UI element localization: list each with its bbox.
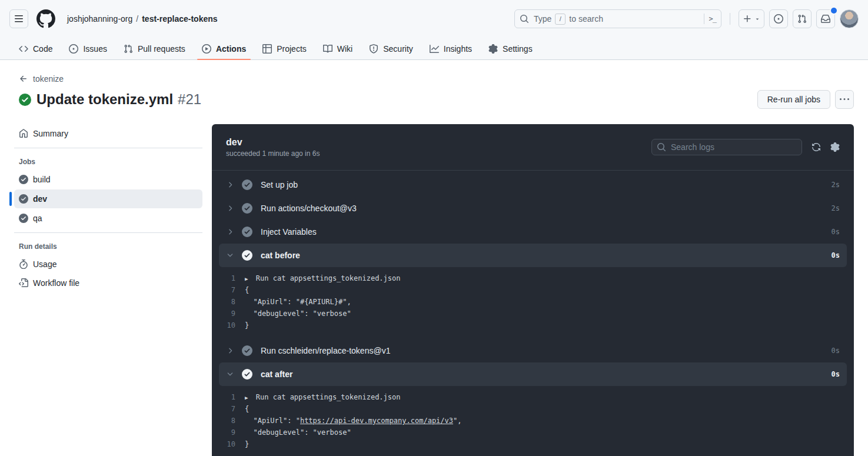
step-row-set-up-job[interactable]: Set up job 2s — [212, 173, 854, 197]
hamburger-menu-button[interactable] — [9, 9, 28, 28]
step-label: Run actions/checkout@v3 — [261, 204, 832, 213]
inbox-button[interactable] — [816, 9, 835, 28]
log-line-text: { — [245, 286, 249, 294]
sidebar-job-qa[interactable]: qa — [14, 209, 202, 228]
chevron-icon — [226, 228, 234, 236]
sidebar-item-workflow-file[interactable]: Workflow file — [14, 274, 202, 292]
log-line-number[interactable]: 10 — [212, 440, 235, 448]
log-line: 9 "debugLevel": "verbose" — [212, 427, 854, 438]
chevron-right-icon[interactable] — [226, 228, 234, 236]
refresh-logs-button[interactable] — [812, 142, 821, 152]
chevron-down-icon[interactable] — [226, 370, 234, 378]
step-row-cat-after[interactable]: cat after 0s — [219, 362, 847, 386]
chevron-right-icon[interactable] — [226, 204, 234, 212]
issues-button[interactable] — [769, 9, 788, 28]
log-line-text: "debugLevel": "verbose" — [245, 309, 351, 318]
slash-key-hint: / — [555, 14, 566, 25]
tab-pull-requests[interactable]: Pull requests — [119, 38, 190, 59]
sidebar-summary-label: Summary — [33, 129, 68, 138]
step-success-icon — [242, 203, 252, 214]
shield-icon — [369, 44, 378, 54]
step-success-icon — [242, 227, 252, 237]
log-line: 1 ▶ Run cat appsettings_tokenized.json — [212, 391, 854, 403]
global-search-input[interactable]: Type / to search >_ — [514, 9, 721, 28]
step-label: cat after — [261, 370, 832, 379]
run-options-button[interactable] — [835, 90, 854, 109]
chevron-icon — [226, 204, 234, 212]
log-line-number[interactable]: 10 — [212, 321, 235, 329]
check-circle-icon — [19, 175, 28, 184]
breadcrumb-repo[interactable]: test-replace-tokens — [142, 14, 217, 24]
log-line-number[interactable]: 8 — [212, 298, 235, 306]
check-circle-icon — [19, 194, 28, 204]
create-new-button[interactable] — [739, 9, 764, 28]
step-duration: 0s — [832, 251, 840, 259]
search-logs-input[interactable]: Search logs — [651, 139, 802, 155]
sidebar-usage-label: Usage — [33, 259, 56, 269]
step-row-inject-variables[interactable]: Inject Variables 0s — [212, 220, 854, 244]
log-group-toggle-icon[interactable]: ▶ — [245, 276, 251, 282]
inbox-icon — [821, 14, 830, 24]
user-avatar[interactable] — [840, 9, 859, 28]
log-line-number[interactable]: 1 — [212, 274, 235, 282]
sidebar-item-usage[interactable]: Usage — [14, 255, 202, 274]
job-success-icon — [19, 194, 28, 204]
log-group-toggle-icon[interactable]: ▶ — [245, 395, 251, 401]
job-log-panel: dev succeeded 1 minute ago in 6s Search … — [212, 124, 854, 456]
search-icon — [520, 14, 529, 24]
tab-security[interactable]: Security — [364, 38, 418, 59]
step-row-replace-tokens[interactable]: Run cschleiden/replace-tokens@v1 0s — [212, 339, 854, 362]
sidebar-job-dev[interactable]: dev — [14, 189, 202, 208]
log-line: 10 } — [212, 319, 854, 331]
github-logo[interactable] — [36, 9, 55, 28]
step-label: Run cschleiden/replace-tokens@v1 — [261, 346, 832, 355]
log-line-number[interactable]: 7 — [212, 286, 235, 294]
tab-actions[interactable]: Actions — [197, 38, 251, 59]
chevron-down-icon — [754, 16, 760, 22]
chevron-down-icon[interactable] — [226, 251, 234, 259]
step-inject-variables: Inject Variables 0s — [212, 220, 854, 244]
tab-insights[interactable]: Insights — [425, 38, 477, 59]
tab-label: Insights — [444, 44, 472, 54]
log-line-number[interactable]: 9 — [212, 309, 235, 318]
tab-issues[interactable]: Issues — [64, 38, 111, 59]
step-list: Set up job 2s Run actions/checkout@v3 2s… — [212, 171, 854, 456]
pull-requests-button[interactable] — [793, 9, 812, 28]
check-circle-icon — [242, 369, 252, 380]
sidebar-jobs-heading: Jobs — [9, 153, 202, 170]
tab-wiki[interactable]: Wiki — [318, 38, 357, 59]
log-line-number[interactable]: 1 — [212, 393, 235, 401]
step-row-cat-before[interactable]: cat before 0s — [219, 244, 847, 267]
step-row-checkout[interactable]: Run actions/checkout@v3 2s — [212, 197, 854, 220]
job-name-label: build — [33, 175, 51, 184]
step-duration: 2s — [832, 181, 840, 189]
log-line-number[interactable]: 8 — [212, 417, 235, 425]
step-label: cat before — [261, 251, 832, 260]
log-line-number[interactable]: 9 — [212, 428, 235, 437]
tab-code[interactable]: Code — [14, 38, 57, 59]
step-cat-before: cat before 0s 1 ▶ Run cat appsettings_to… — [212, 244, 854, 339]
check-circle-icon — [19, 214, 28, 223]
log-settings-button[interactable] — [830, 142, 840, 152]
tab-settings[interactable]: Settings — [484, 38, 537, 59]
kebab-horizontal-icon — [840, 95, 849, 104]
chevron-right-icon[interactable] — [226, 347, 234, 355]
log-url-link[interactable]: https://api-dev.mycompany.com/api/v3 — [300, 417, 453, 425]
breadcrumb: joshjohanning-org / test-replace-tokens — [67, 14, 218, 24]
chevron-right-icon[interactable] — [226, 181, 234, 189]
command-palette-icon[interactable]: >_ — [709, 15, 716, 23]
log-line-number[interactable]: 7 — [212, 405, 235, 413]
log-line: 7 { — [212, 403, 854, 415]
tab-label: Issues — [83, 44, 107, 54]
breadcrumb-org[interactable]: joshjohanning-org — [67, 14, 132, 24]
back-to-workflow-link[interactable]: tokenize — [19, 74, 64, 84]
tab-projects[interactable]: Projects — [258, 38, 311, 59]
log-line-text: ▶ Run cat appsettings_tokenized.json — [245, 393, 400, 401]
rerun-all-jobs-button[interactable]: Re-run all jobs — [757, 90, 830, 109]
log-line-text: { — [245, 405, 249, 413]
sidebar-job-build[interactable]: build — [14, 170, 202, 189]
tab-label: Security — [383, 44, 413, 54]
book-icon — [323, 44, 332, 54]
issue-opened-icon — [774, 14, 783, 24]
sidebar-item-summary[interactable]: Summary — [14, 124, 202, 143]
